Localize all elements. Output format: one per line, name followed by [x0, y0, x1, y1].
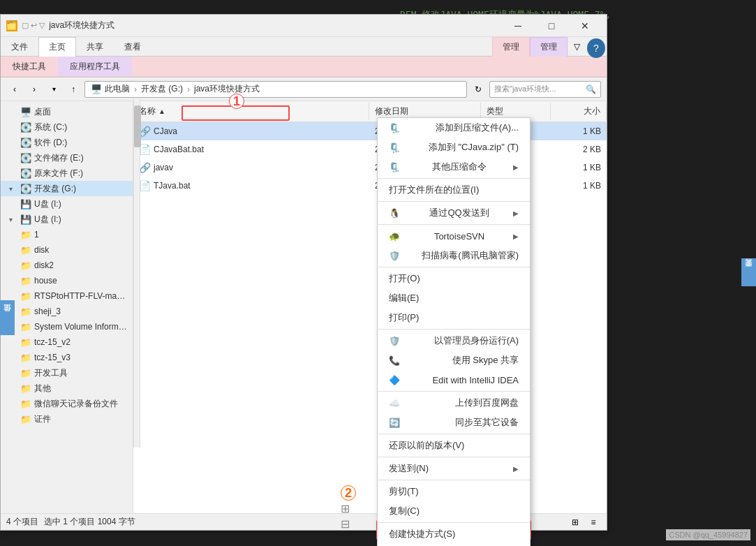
forward-button[interactable]: › [26, 81, 43, 98]
sidebar-item-sysinfo[interactable]: 📁 System Volume Informatic [1, 319, 133, 334]
file-area: 名称 ▲ 修改日期 类型 大小 🔗 CJava [133, 101, 607, 513]
sidebar-item-desktop[interactable]: 🖥️ 桌面 [1, 104, 133, 119]
collapse-icon: ⊟ [341, 517, 350, 531]
ctx-sep-9 [378, 480, 530, 480]
side-label-right: 需要 [741, 258, 756, 286]
title-bar: 🗂️ ▢ ↩ ▽ java环境快捷方式 ─ □ ✕ [1, 15, 607, 37]
sidebar-item-f[interactable]: 💽 原来文件 (F:) [1, 165, 133, 181]
minimize-button[interactable]: ─ [502, 15, 534, 37]
status-total: 4 个项目 [6, 516, 38, 528]
sidebar-scrollbar[interactable] [133, 101, 140, 448]
ribbon-tabs: 文件 主页 共享 查看 管理 管理 ▽ ? [1, 37, 607, 57]
search-box[interactable]: 搜索"java环境快... 🔍 [489, 81, 601, 98]
ctx-more-compress[interactable]: 🗜️ 其他压缩命令 ▶ [378, 157, 530, 177]
ctx-edit[interactable]: 编辑(E) [378, 288, 530, 308]
status-selected: 选中 1 个项目 1004 字节 [44, 516, 135, 528]
title-icon: 🗂️ [6, 20, 17, 31]
ctx-cut[interactable]: 剪切(T) [378, 482, 530, 501]
back-button[interactable]: ‹ [6, 81, 23, 98]
expand-icon: ⊞ [341, 502, 350, 515]
ctx-print[interactable]: 打印(P) [378, 308, 530, 327]
file-row-tjava[interactable]: 📄 TJava.bat 20 1 KB [133, 177, 607, 195]
window-controls: ─ □ ✕ [502, 15, 601, 37]
sidebar-item-1[interactable]: 📁 1 [1, 227, 133, 242]
up-button[interactable]: ↑ [65, 81, 82, 98]
sidebar-item-sheji[interactable]: 📁 sheji_3 [1, 304, 133, 319]
sidebar: 🖥️ 桌面 💽 系统 (C:) 💽 软件 (D:) 💽 文件储存 (E:) 💽 [1, 101, 133, 513]
ctx-restore-prev[interactable]: 还原以前的版本(V) [378, 436, 530, 455]
sidebar-item-house[interactable]: 📁 house [1, 273, 133, 288]
file-row-cjava[interactable]: 🔗 CJava 2022/9/23 11:13 快捷方式 1 KB [133, 122, 607, 140]
file-list: 🔗 CJava 2022/9/23 11:13 快捷方式 1 KB 📄 CJav… [133, 122, 607, 513]
ctx-run-admin[interactable]: 🛡️ 以管理员身份运行(A) [378, 331, 530, 351]
tab-share[interactable]: 共享 [76, 37, 114, 57]
sidebar-item-g[interactable]: ▾ 💽 开发盘 (G:) [1, 181, 133, 196]
col-name[interactable]: 名称 ▲ [133, 103, 369, 120]
refresh-button[interactable]: ↻ [470, 81, 487, 98]
tab-manage2[interactable]: 管理 [530, 37, 568, 57]
sidebar-item-cert[interactable]: 📁 证件 [1, 411, 133, 427]
view-list-button[interactable]: ≡ [586, 516, 601, 529]
ctx-sync-devices[interactable]: 🔄 同步至其它设备 [378, 413, 530, 432]
ctx-add-to-archive[interactable]: 🗜️ 添加到压缩文件(A)... [378, 118, 530, 138]
sidebar-item-i[interactable]: 💾 U盘 (I:) [1, 196, 133, 212]
sidebar-item-udisk-group[interactable]: ▾ 💾 U盘 (I:) [1, 212, 133, 227]
ctx-sep-1 [378, 178, 530, 179]
sidebar-item-other[interactable]: 📁 其他 [1, 381, 133, 396]
ctx-create-shortcut[interactable]: 创建快捷方式(S) [378, 524, 530, 544]
tab-app-tools[interactable]: 应用程序工具 [58, 57, 132, 76]
sidebar-item-devtools[interactable]: 📁 开发工具 [1, 365, 133, 381]
ctx-scan-virus[interactable]: 🛡️ 扫描病毒(腾讯电脑管家) [378, 246, 530, 265]
sidebar-item-disk2[interactable]: 📁 disk2 [1, 258, 133, 273]
crumb-computer[interactable]: 此电脑 [105, 83, 130, 95]
ctx-skype-share[interactable]: 📞 使用 Skype 共享 [378, 351, 530, 370]
close-button[interactable]: ✕ [569, 15, 601, 37]
sidebar-item-tcz2[interactable]: 📁 tcz-15_v2 [1, 334, 133, 350]
col-size[interactable]: 大小 [551, 103, 607, 120]
ctx-intellij[interactable]: 🔷 Edit with IntelliJ IDEA [378, 370, 530, 390]
view-grid-button[interactable]: ⊞ [568, 516, 583, 529]
ctx-sep-2 [378, 201, 530, 202]
help-button[interactable]: ? [587, 38, 605, 58]
sidebar-item-wechat[interactable]: 📁 微信聊天记录备份文件 [1, 396, 133, 411]
side-label-left: 量信 [0, 300, 15, 335]
ctx-sep-10 [378, 522, 530, 523]
tab-quick-tools[interactable]: 快捷工具 [1, 57, 58, 76]
tab-file[interactable]: 文件 [1, 37, 38, 57]
sidebar-item-disk[interactable]: 📁 disk [1, 242, 133, 258]
ctx-sep-4 [378, 267, 530, 267]
ctx-add-to-zip[interactable]: 🗜️ 添加到 "CJava.zip" (T) [378, 138, 530, 157]
sidebar-item-c[interactable]: 💽 系统 (C:) [1, 119, 133, 135]
sidebar-item-d[interactable]: 💽 软件 (D:) [1, 135, 133, 150]
ctx-send-to[interactable]: 发送到(N) ▶ [378, 459, 530, 478]
ctx-copy[interactable]: 复制(C) [378, 501, 530, 521]
tab-view[interactable]: 查看 [114, 37, 151, 57]
ribbon-expand-btn[interactable]: ▽ [568, 37, 586, 57]
dropdown-button[interactable]: ▾ [45, 81, 62, 98]
ctx-sep-6 [378, 391, 530, 392]
ctx-baidu-upload[interactable]: ☁️ 上传到百度网盘 [378, 393, 530, 413]
ctx-open-location[interactable]: 打开文件所在的位置(I) [378, 180, 530, 200]
scrollbar-thumb[interactable] [134, 105, 141, 147]
crumb-drive[interactable]: 开发盘 (G:) [141, 83, 183, 95]
address-input[interactable]: 🖥️ 此电脑 › 开发盘 (G:) › java环境快捷方式 [84, 81, 467, 98]
sidebar-item-tcz3[interactable]: 📁 tcz-15_v3 [1, 350, 133, 365]
sidebar-item-e[interactable]: 💽 文件储存 (E:) [1, 150, 133, 165]
ctx-sep-7 [378, 434, 530, 434]
tab-manage1[interactable]: 管理 [492, 37, 530, 57]
ctx-qq-send[interactable]: 🐧 通过QQ发送到 ▶ [378, 203, 530, 223]
file-row-cjavabat[interactable]: 📄 CJavaBat.bat 20 2 KB [133, 140, 607, 158]
crumb-folder[interactable]: java环境快捷方式 [194, 83, 260, 95]
ctx-tortoise-svn[interactable]: 🐢 TortoiseSVN ▶ [378, 226, 530, 246]
maximize-button[interactable]: □ [535, 15, 568, 37]
tab-home[interactable]: 主页 [38, 37, 76, 57]
badge-2: 2 [341, 485, 356, 501]
ribbon: 文件 主页 共享 查看 管理 管理 ▽ ? 快捷工具 [1, 37, 607, 78]
sidebar-item-rtsp[interactable]: 📁 RTSPtoHTTP-FLV-master [1, 288, 133, 304]
ctx-open[interactable]: 打开(O) [378, 269, 530, 288]
file-row-javav[interactable]: 🔗 javav 20 1 KB [133, 158, 607, 177]
quick-access-icons: ▢ ↩ ▽ [22, 21, 45, 30]
view-controls: ⊞ ≡ [568, 516, 601, 529]
context-menu: 🗜️ 添加到压缩文件(A)... 🗜️ 添加到 "CJava.zip" (T) … [377, 117, 531, 546]
ctx-sep-5 [378, 329, 530, 330]
